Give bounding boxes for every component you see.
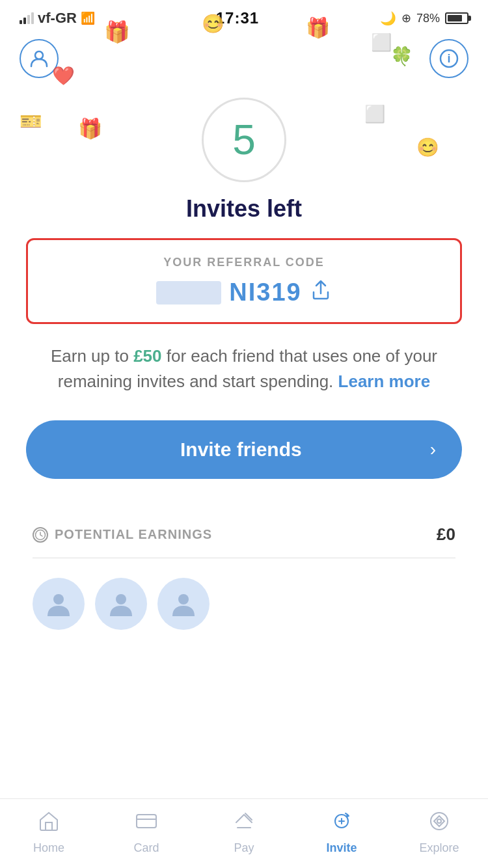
svg-point-6: [178, 594, 189, 604]
svg-point-9: [346, 815, 349, 817]
svg-marker-11: [434, 816, 444, 826]
nav-card-label: Card: [133, 841, 159, 855]
invites-title: Invites left: [186, 195, 302, 223]
svg-text:i: i: [447, 52, 450, 65]
description-text1: Earn up to: [51, 346, 133, 366]
info-button[interactable]: i: [429, 39, 468, 78]
referral-label: YOUR REFERRAL CODE: [47, 256, 441, 269]
svg-point-12: [437, 819, 441, 823]
status-right: 🌙 ⊕ 78%: [380, 10, 468, 26]
earn-amount: £50: [133, 346, 161, 366]
time-display: 17:31: [216, 9, 259, 27]
status-left: vf-GR 📶: [20, 10, 95, 27]
earnings-section: POTENTIAL EARNINGS £0: [26, 511, 462, 649]
nav-card[interactable]: Card: [114, 809, 179, 855]
earnings-label-text: POTENTIAL EARNINGS: [55, 527, 212, 542]
referral-code-box[interactable]: YOUR REFERRAL CODE NI319: [26, 238, 462, 324]
invite-icon: [330, 809, 353, 837]
chevron-right-icon: ›: [430, 439, 436, 460]
clock-icon: [33, 527, 48, 543]
nav-home[interactable]: Home: [16, 809, 81, 855]
learn-more-link[interactable]: Learn more: [338, 372, 431, 391]
invite-button-label: Invite friends: [52, 439, 430, 461]
battery-icon: [445, 12, 468, 24]
referral-code: NI319: [229, 278, 301, 306]
earnings-row: POTENTIAL EARNINGS £0: [33, 511, 455, 558]
referred-users-list: [33, 558, 455, 649]
invites-circle: 5: [202, 98, 286, 182]
explore-icon: [427, 809, 451, 837]
nav-explore-label: Explore: [419, 841, 459, 855]
nav-home-label: Home: [33, 841, 64, 855]
battery-percent: 78%: [416, 12, 440, 25]
carrier-label: vf-GR: [38, 10, 77, 27]
card-icon: [135, 809, 158, 837]
wifi-icon: 📶: [81, 11, 95, 25]
profile-button[interactable]: [20, 39, 59, 78]
lock-icon: ⊕: [401, 11, 411, 25]
referral-blur: [156, 281, 221, 305]
bottom-navigation: Home Card Pay: [0, 798, 488, 868]
nav-explore[interactable]: Explore: [407, 809, 472, 855]
avatar-placeholder-3: [157, 578, 210, 630]
home-icon: [37, 809, 61, 837]
signal-icon: [20, 12, 34, 24]
nav-pay-label: Pay: [234, 841, 254, 855]
nav-pay[interactable]: Pay: [211, 809, 277, 855]
avatar-placeholder-2: [95, 578, 147, 630]
nav-invite[interactable]: Invite: [309, 809, 374, 855]
earnings-label: POTENTIAL EARNINGS: [33, 527, 212, 543]
description-text: Earn up to £50 for each friend that uses…: [26, 344, 462, 394]
main-content: 5 Invites left YOUR REFERRAL CODE NI319 …: [0, 85, 488, 649]
share-icon[interactable]: [310, 279, 332, 306]
nav-invite-label: Invite: [326, 841, 357, 855]
status-bar: vf-GR 📶 17:31 🌙 ⊕ 78%: [0, 0, 488, 33]
svg-rect-7: [137, 815, 156, 828]
invites-count: 5: [232, 116, 256, 164]
top-bar: i: [0, 33, 488, 85]
referral-code-row: NI319: [47, 278, 441, 306]
avatar-placeholder-1: [33, 578, 85, 630]
moon-icon: 🌙: [380, 10, 396, 26]
svg-point-0: [35, 51, 43, 59]
svg-point-4: [53, 594, 64, 604]
svg-point-5: [116, 594, 126, 604]
pay-icon: [232, 809, 256, 837]
earnings-value: £0: [437, 524, 455, 545]
invite-friends-button[interactable]: Invite friends ›: [26, 420, 462, 479]
